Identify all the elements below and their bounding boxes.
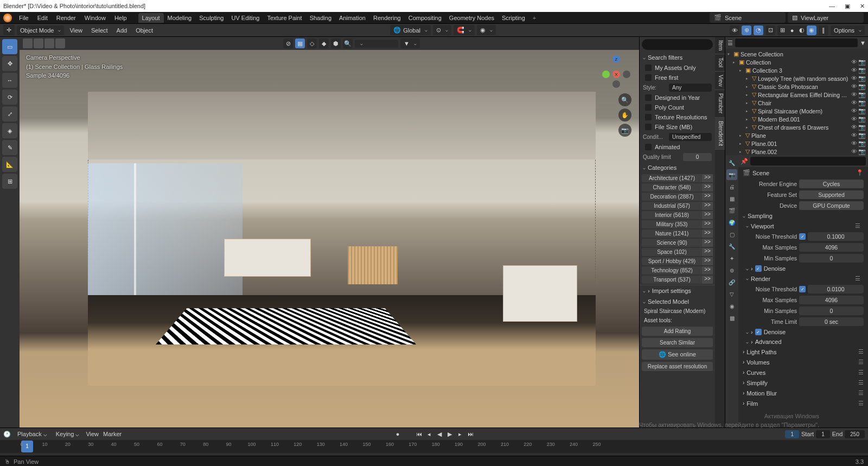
menu-help[interactable]: Help [111,13,131,23]
axis-x[interactable]: X [612,71,620,78]
props-tab-render[interactable]: 📷 [726,169,737,180]
pin-icon[interactable]: 📍 [856,169,864,176]
tool-measure[interactable]: 📐 [2,157,17,172]
render-sampling-header[interactable]: Render☰ [738,273,868,284]
timeline-ruler[interactable]: 1 01020304050607080901001101201301401501… [0,440,868,453]
pivot-select[interactable]: ⊙ [433,25,451,35]
workspace-tab-animation[interactable]: Animation [335,13,369,23]
props-tab-output[interactable]: 🖨 [726,181,737,192]
props-tab-tool[interactable]: 🔧 [726,157,737,168]
sel-visible-toggle[interactable] [34,39,43,48]
vp-noise-check[interactable] [799,233,806,240]
visibility-toggle[interactable]: 👁 [730,25,739,35]
props-tab-constraint[interactable]: 🔗 [726,277,737,288]
props-tab-data[interactable]: ▽ [726,289,737,299]
condition-select[interactable]: Unspecified [669,133,712,141]
tool-add[interactable]: ⊞ [2,174,17,189]
tool-rotate[interactable]: ⟳ [2,90,17,105]
replace-resolution-button[interactable]: Replace asset resolution [642,362,713,371]
axis-neg-x[interactable] [602,71,610,78]
options-select[interactable]: Options [831,25,865,35]
sampling-header[interactable]: Sampling [738,211,868,221]
nav-gizmo[interactable]: Z X [601,55,631,86]
hdr-select[interactable]: Select [88,27,111,34]
xray-toggle[interactable]: ⊡ [765,25,775,35]
search-filters-header[interactable]: Search filters [640,52,715,63]
vp-denoise-header[interactable]: › Denoise [738,264,868,273]
play-fwd[interactable]: ▶ [445,430,454,438]
r-noise-check[interactable] [799,286,806,292]
props-tab-modifier[interactable]: 🔧 [726,241,737,252]
close-button[interactable]: ✕ [860,3,865,10]
vp-noise-input[interactable]: 0.1000 [808,232,864,241]
zoom-icon[interactable]: 🔍 [618,93,631,106]
tool-move[interactable]: ↔ [2,73,17,88]
menu-render[interactable]: Render [53,13,80,23]
pan-icon[interactable]: ✋ [618,108,631,122]
vp-snap1[interactable]: ⊘ [283,39,293,48]
props-tab-scene[interactable]: 🎬 [726,205,737,216]
axis-neg-z[interactable] [612,80,620,88]
current-frame[interactable]: 1 [785,430,799,438]
menu-window[interactable]: Window [81,13,110,23]
add-workspace-button[interactable]: + [529,13,540,23]
viewlayer-selector[interactable]: ▧ ViewLayer [788,12,864,23]
tool-scale[interactable]: ⤢ [2,106,17,122]
editor-type-button[interactable]: ✛ [3,25,15,35]
props-section-curves[interactable]: Curves☰ [738,367,868,378]
side-tab-blenderkit[interactable]: BlenderKit [715,118,725,150]
selected-model-header[interactable]: Selected Model [640,296,715,307]
workspace-tab-compositing[interactable]: Compositing [405,13,445,23]
props-section-film[interactable]: Film☰ [738,398,868,408]
mode-select[interactable]: Object Mode [17,25,64,35]
r-min-samples[interactable]: 0 [799,307,864,315]
vp-snap5[interactable]: ⬢ [331,39,341,48]
shading-matprev[interactable]: ◐ [797,25,807,35]
props-tab-object[interactable]: ▢ [726,229,737,240]
outliner-type-icon[interactable]: ☰ [727,40,733,47]
workspace-tab-texture-paint[interactable]: Texture Paint [263,13,305,23]
advanced-header[interactable]: › Advanced [738,337,868,347]
shading-wire[interactable]: ⊞ [777,25,787,35]
side-tab-plumber[interactable]: Plumber [715,90,725,117]
vp-min-samples[interactable]: 0 [799,254,864,263]
props-tab-material[interactable]: ◉ [726,301,737,311]
props-section-volumes[interactable]: Volumes☰ [738,357,868,367]
tool-annotate[interactable]: ✎ [2,140,17,155]
import-settings-header[interactable]: › Import settings [640,285,715,296]
vp-search[interactable]: 🔍 [343,39,353,48]
vp-snap4[interactable]: ◆ [319,39,329,48]
workspace-tab-shading[interactable]: Shading [306,13,335,23]
play-rev[interactable]: ◀ [435,430,444,438]
viewport-3d[interactable]: Camera Perspective (1) Scene Collection … [20,50,639,427]
props-tab-texture[interactable]: ▩ [726,312,737,323]
jump-end[interactable]: ⏭ [466,430,475,438]
props-section-simplify[interactable]: Simplify☰ [738,378,868,388]
vp-display-dd[interactable] [355,40,398,48]
workspace-tab-rendering[interactable]: Rendering [369,13,405,23]
axis-z[interactable]: Z [612,55,620,63]
shading-rendered[interactable]: ◉ [807,25,816,35]
scene-selector[interactable]: 🎬 Scene [710,12,786,23]
tl-marker[interactable]: Marker [103,431,122,437]
sel-all-toggle[interactable] [23,39,33,48]
shading-solid[interactable]: ● [787,25,797,35]
see-online-button[interactable]: 🌐 See online [642,349,713,360]
tl-editor-type[interactable]: 🕐 [3,431,11,438]
workspace-tab-sculpting[interactable]: Sculpting [195,13,227,23]
tl-keying[interactable]: Keying ⌵ [54,430,82,439]
outliner-search[interactable] [735,39,858,47]
jump-start[interactable]: ⏮ [414,430,423,438]
tl-view[interactable]: View [86,431,99,437]
sel-render-toggle[interactable] [44,39,54,48]
side-tab-view[interactable]: View [715,72,725,91]
render-pause[interactable]: ‖ [819,25,828,35]
r-denoise-header[interactable]: › Denoise [738,327,868,337]
render-engine-select[interactable]: Cycles [799,180,864,188]
props-tab-physics[interactable]: ⊚ [726,265,737,276]
add-rating-button[interactable]: Add Rating [642,327,713,336]
device-select[interactable]: GPU Compute [799,201,864,210]
end-frame[interactable]: 250 [845,430,865,438]
sel-extra-toggle[interactable] [55,39,65,48]
viewport-sampling-header[interactable]: Viewport☰ [738,221,868,231]
